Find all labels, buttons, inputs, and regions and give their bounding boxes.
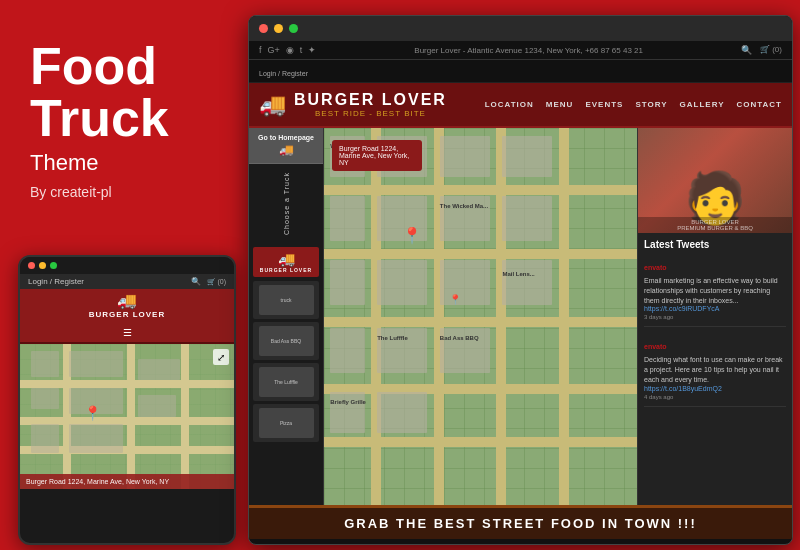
desktop-map-background: Walgreens The Wicked Ma... Mail Lens... … (324, 128, 637, 505)
sidebar-logo-box: 🚚 BURGER LOVER (253, 247, 319, 277)
desktop-address-info: Burger Lover - Atlantic Avenue 1234, New… (414, 46, 643, 55)
desktop-map: Walgreens The Wicked Ma... Mail Lens... … (324, 128, 637, 505)
desktop-main-nav: 🚚 BURGER LOVER BEST RIDE - BEST BITE LOC… (249, 83, 792, 128)
sidebar-item-3[interactable]: The Lufffle (253, 363, 319, 401)
desktop-dot-yellow (274, 24, 283, 33)
mobile-truck-icon: 🚚 (117, 291, 137, 310)
tweet-item-2: envato Deciding what font to use can mak… (644, 335, 786, 406)
tumblr-icon[interactable]: t (300, 45, 303, 55)
desktop-login-bar: Login / Register (249, 60, 792, 83)
desktop-brand-tagline: BEST RIDE - BEST BITE (294, 109, 447, 118)
tweet-link-1[interactable]: https://t.co/c9iRUDFYcA (644, 305, 786, 312)
map-label-lufffle: The Lufffle (377, 335, 408, 341)
sidebar-item-4[interactable]: Pizza (253, 404, 319, 442)
twitter-icon[interactable]: ✦ (308, 45, 316, 55)
mobile-header: 🚚 BURGER LOVER ☰ (20, 289, 234, 344)
desktop-right-panel: 🧑 BURGER LOVERPREMIUM BURGER & BBQ Lates… (637, 128, 792, 505)
sidebar-item-img-1: truck (259, 285, 314, 315)
desktop-header-icons: 🔍 🛒 (0) (741, 45, 782, 55)
sidebar-item-label-2: Bad Ass BBQ (271, 338, 301, 344)
desktop-content-area: Go to Homepage 🚚 Choose a Truck 🚚 BURGER… (249, 128, 792, 505)
tweet-handle-2: envato (644, 343, 667, 350)
mobile-dot-green (50, 262, 57, 269)
map-pin-2: 📍 (449, 294, 461, 305)
burger-man-label: BURGER LOVERPREMIUM BURGER & BBQ (638, 217, 792, 233)
sidebar-item-label-3: The Lufffle (274, 379, 297, 385)
desktop-sidebar: Go to Homepage 🚚 Choose a Truck 🚚 BURGER… (249, 128, 324, 505)
desktop-cart-icon[interactable]: 🛒 (0) (760, 45, 782, 55)
mobile-brand-name: BURGER LOVER (89, 310, 165, 319)
desktop-logo-area: 🚚 BURGER LOVER BEST RIDE - BEST BITE (259, 91, 447, 118)
mobile-dot-red (28, 262, 35, 269)
tweets-title: Latest Tweets (644, 239, 786, 250)
desktop-body: f G+ ◉ t ✦ Burger Lover - Atlantic Avenu… (249, 41, 792, 539)
tweet-text-2: Deciding what font to use can make or br… (644, 355, 786, 384)
map-address-popup: Burger Road 1224, Marine Ave, New York, … (332, 140, 422, 171)
choose-truck-label: Choose a Truck (283, 167, 290, 240)
sidebar-logo-text: BURGER LOVER (257, 267, 315, 273)
tweet-handle-1: envato (644, 264, 667, 271)
map-label-mail: Mail Lens... (502, 271, 534, 277)
facebook-icon[interactable]: f (259, 45, 262, 55)
mobile-cart-icon[interactable]: 🛒 (0) (207, 278, 227, 286)
burger-man-photo: 🧑 BURGER LOVERPREMIUM BURGER & BBQ (638, 128, 792, 233)
mobile-browser-bar: Login / Register 🔍 🛒 (0) (20, 274, 234, 289)
mobile-zoom-button[interactable]: ⤢ (213, 349, 229, 365)
map-label-briefly: Briefly Grille (330, 399, 366, 405)
tweet-text-1: Email marketing is an effective way to b… (644, 276, 786, 305)
sidebar-item-img-2: Bad Ass BBQ (259, 326, 314, 356)
nav-events[interactable]: EVENTS (585, 100, 623, 109)
map-label-wicked: The Wicked Ma... (440, 203, 488, 209)
tweets-panel: Latest Tweets envato Email marketing is … (638, 233, 792, 505)
mobile-map-background: 📍 (20, 344, 234, 489)
by-line: By createit-pl (30, 184, 210, 200)
mobile-map: 📍 ⤢ Burger Road 1224, Marine Ave, New Yo… (20, 344, 234, 489)
mobile-address-bar: Burger Road 1224, Marine Ave, New York, … (20, 474, 234, 489)
mobile-window-controls (28, 262, 57, 269)
title-food: Food (30, 40, 210, 92)
tweet-time-2: 4 days ago (644, 394, 786, 400)
desktop-brand: BURGER LOVER BEST RIDE - BEST BITE (294, 91, 447, 118)
desktop-header-top: f G+ ◉ t ✦ Burger Lover - Atlantic Avenu… (249, 41, 792, 60)
rss-icon[interactable]: ◉ (286, 45, 294, 55)
desktop-social-icons: f G+ ◉ t ✦ (259, 45, 316, 55)
sidebar-item-label-1: truck (281, 297, 292, 303)
mobile-address-text: Burger Road 1224, Marine Ave, New York, … (26, 478, 228, 485)
nav-story[interactable]: STORY (635, 100, 667, 109)
google-plus-icon[interactable]: G+ (268, 45, 280, 55)
mobile-menu-icon[interactable]: ☰ (123, 327, 132, 338)
tweet-link-2[interactable]: https://t.co/1B8yuEdmQ2 (644, 385, 786, 392)
sidebar-item-img-3: The Lufffle (259, 367, 314, 397)
sidebar-item-1[interactable]: truck (253, 281, 319, 319)
nav-location[interactable]: LOCATION (485, 100, 534, 109)
map-pin: 📍 (402, 226, 422, 245)
desktop-login-register[interactable]: Login / Register (259, 70, 308, 77)
nav-gallery[interactable]: GALLERY (680, 100, 725, 109)
desktop-dot-green (289, 24, 298, 33)
go-homepage-button[interactable]: Go to Homepage 🚚 (249, 128, 323, 164)
desktop-mockup: f G+ ◉ t ✦ Burger Lover - Atlantic Avenu… (248, 15, 793, 545)
sidebar-item-img-4: Pizza (259, 408, 314, 438)
sidebar-item-2[interactable]: Bad Ass BBQ (253, 322, 319, 360)
tweet-item-1: envato Email marketing is an effective w… (644, 256, 786, 327)
nav-menu[interactable]: MENU (546, 100, 574, 109)
mobile-login-register[interactable]: Login / Register (28, 277, 84, 286)
desktop-window-controls (249, 16, 792, 41)
sidebar-truck-small: 🚚 (253, 143, 319, 157)
mobile-dot-yellow (39, 262, 46, 269)
desktop-dot-red (259, 24, 268, 33)
mobile-search-icon[interactable]: 🔍 (191, 277, 201, 286)
mobile-header-icons: 🔍 🛒 (0) (191, 277, 227, 286)
desktop-nav-links: LOCATION MENU EVENTS STORY GALLERY CONTA… (485, 100, 782, 109)
desktop-truck-icon: 🚚 (259, 92, 286, 118)
sidebar-item-label-4: Pizza (280, 420, 292, 426)
title-truck: Truck (30, 92, 210, 144)
go-homepage-label: Go to Homepage (253, 134, 319, 141)
bottom-banner-text: GRAB THE BEST STREET FOOD IN TOWN !!! (259, 516, 782, 531)
tweet-time-1: 3 days ago (644, 314, 786, 320)
mobile-map-pin: 📍 (84, 405, 101, 421)
nav-contact[interactable]: CONTACT (736, 100, 782, 109)
desktop-brand-name: BURGER LOVER (294, 91, 447, 109)
subtitle: Theme (30, 150, 210, 176)
desktop-search-icon[interactable]: 🔍 (741, 45, 752, 55)
